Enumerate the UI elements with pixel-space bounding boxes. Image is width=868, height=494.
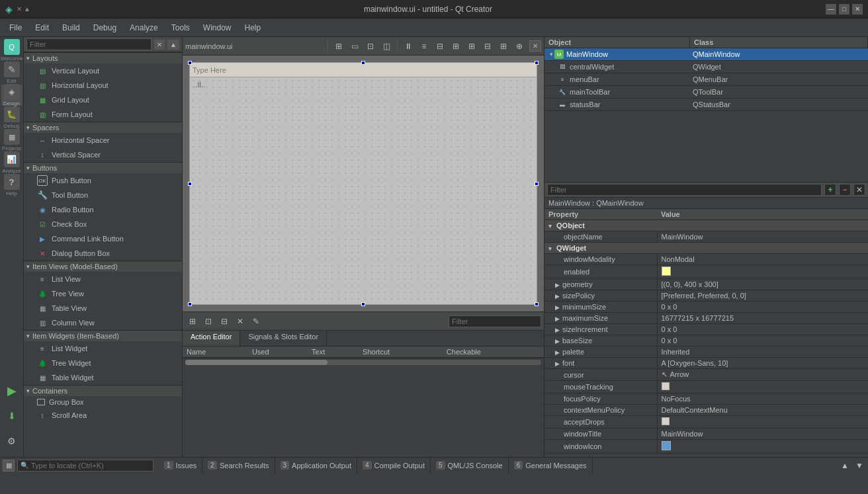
layout-form-btn[interactable]: ⊞: [464, 39, 479, 54]
widget-tree-view[interactable]: 🌲 Tree View: [24, 286, 182, 301]
widget-column-view[interactable]: ▥ Column View: [24, 315, 182, 330]
action-copy-btn[interactable]: ⊟: [217, 314, 232, 329]
widget-tool-button[interactable]: 🔧 Tool Button: [24, 188, 182, 202]
action-filter-input[interactable]: [449, 315, 541, 327]
widget-horizontal-spacer[interactable]: ↔ Horizontal Spacer: [24, 133, 182, 147]
action-new-btn[interactable]: ⊞: [185, 314, 200, 329]
status-arrow-down[interactable]: ▼: [853, 460, 865, 472]
widget-panel-scroll-btn[interactable]: ▲: [167, 40, 179, 50]
canvas-handle-tc[interactable]: [361, 61, 365, 65]
tab-general-messages[interactable]: 6 General Messages: [509, 458, 593, 473]
sidebar-edit[interactable]: ✎ Edit: [1, 62, 22, 83]
sidebar-help[interactable]: ? Help: [1, 175, 22, 196]
edit-widgets-btn[interactable]: ▭: [347, 39, 362, 54]
tab-compile-output[interactable]: 4 Compile Output: [357, 458, 431, 473]
widget-vertical-layout[interactable]: ▤ Vertical Layout: [24, 63, 182, 78]
prop-row-enabled[interactable]: enabled: [544, 265, 868, 279]
layout-v-btn[interactable]: ⊟: [433, 39, 447, 54]
canvas-handle-mr[interactable]: [535, 182, 539, 186]
sidebar-analyze[interactable]: 📊 Analyze: [1, 152, 22, 173]
canvas-handle-br[interactable]: [535, 302, 539, 306]
prop-row-focuspolicy[interactable]: focusPolicy NoFocus: [544, 393, 868, 405]
menu-window[interactable]: Window: [196, 21, 238, 35]
props-remove-btn[interactable]: −: [839, 184, 851, 196]
minimize-button[interactable]: —: [826, 4, 836, 15]
widget-list-view[interactable]: ≡ List View: [24, 272, 182, 286]
prop-row-qobject[interactable]: ▾ QObject: [544, 220, 868, 231]
locate-input[interactable]: [31, 462, 150, 470]
design-canvas[interactable]: Type Here ..II..: [183, 56, 544, 311]
close-button[interactable]: ✕: [852, 4, 863, 15]
tab-search-results[interactable]: 2 Search Results: [202, 458, 275, 473]
widget-group-box[interactable]: Group Box: [24, 396, 182, 408]
widget-table-view[interactable]: ▦ Table View: [24, 301, 182, 315]
adjust-size-btn[interactable]: ⊕: [512, 39, 527, 54]
widget-horizontal-layout[interactable]: ▥ Horizontal Layout: [24, 78, 182, 93]
prop-row-contextmenupolicy[interactable]: contextMenuPolicy DefaultContextMenu: [544, 405, 868, 416]
tab-signals-slots[interactable]: Signals & Slots Editor: [240, 331, 327, 346]
menu-file[interactable]: File: [3, 21, 28, 35]
menu-edit[interactable]: Edit: [28, 21, 56, 35]
prop-row-palette[interactable]: ▶palette Inherited: [544, 347, 868, 358]
prop-row-objectname[interactable]: objectName MainWindow: [544, 231, 868, 243]
menu-analyze[interactable]: Analyze: [123, 21, 165, 35]
prop-row-windowmodality[interactable]: windowModality NonModal: [544, 254, 868, 265]
widget-vertical-spacer[interactable]: ↕ Vertical Spacer: [24, 147, 182, 162]
edit-buddy-btn[interactable]: ◫: [379, 39, 394, 54]
layout-grid-btn[interactable]: ⊞: [449, 39, 463, 54]
prop-row-font[interactable]: ▶font A [Oxygen-Sans, 10]: [544, 358, 868, 369]
widget-push-button[interactable]: OK Push Button: [24, 173, 182, 188]
prop-row-qwidget[interactable]: ▾ QWidget: [544, 243, 868, 254]
action-delete-btn[interactable]: ⊡: [201, 314, 216, 329]
widget-radio-button[interactable]: ◉ Radio Button: [24, 202, 182, 217]
prop-row-windowtitle[interactable]: windowTitle MainWindow: [544, 429, 868, 440]
sidebar-debug[interactable]: 🐛 Debug: [1, 107, 22, 128]
sidebar-build-btn[interactable]: ▶: [1, 380, 22, 401]
layout-splitter-h-btn[interactable]: ⊟: [480, 39, 495, 54]
props-reset-btn[interactable]: ✕: [853, 184, 865, 196]
widget-check-box[interactable]: ☑ Check Box: [24, 217, 182, 231]
widget-grid-layout[interactable]: ▦ Grid Layout: [24, 93, 182, 107]
sidebar-welcome[interactable]: Q Welcome: [1, 40, 22, 61]
canvas-handle-tr[interactable]: [535, 61, 539, 65]
menu-debug[interactable]: Debug: [87, 21, 123, 35]
widget-filter-input[interactable]: [26, 38, 152, 50]
prop-row-mousetracking[interactable]: mouseTracking: [544, 381, 868, 393]
sidebar-deploy-btn[interactable]: ⬇: [1, 405, 22, 427]
status-build-icon[interactable]: ▦: [3, 460, 15, 472]
new-action-btn[interactable]: ⊞: [331, 39, 346, 54]
menu-build[interactable]: Build: [56, 21, 87, 35]
action-paste-btn[interactable]: ✕: [233, 314, 247, 329]
prop-row-sizepolicy[interactable]: ▶sizePolicy [Preferred, Preferred, 0, 0]: [544, 290, 868, 302]
prop-row-windowicon[interactable]: windowIcon: [544, 440, 868, 454]
menu-tools[interactable]: Tools: [165, 21, 196, 35]
prop-row-acceptdrops[interactable]: acceptDrops: [544, 416, 868, 429]
widget-panel-close-btn[interactable]: ✕: [154, 40, 165, 50]
tree-row-statusbar[interactable]: ▬ statusBar QStatusBar: [544, 99, 868, 111]
action-edit-btn[interactable]: ✎: [249, 314, 263, 329]
prop-row-minimumsize[interactable]: ▶minimumSize 0 x 0: [544, 302, 868, 313]
tree-row-toolbar[interactable]: 🔧 mainToolBar QToolBar: [544, 86, 868, 99]
category-item-views[interactable]: ▾ Item Views (Model-Based): [24, 261, 182, 272]
category-containers[interactable]: ▾ Containers: [24, 385, 182, 396]
prop-row-maximumsize[interactable]: ▶maximumSize 16777215 x 16777215: [544, 313, 868, 324]
menu-help[interactable]: Help: [238, 21, 268, 35]
category-layouts[interactable]: ▾ Layouts: [24, 52, 182, 63]
widget-dialog-button-box[interactable]: ✕ Dialog Button Box: [24, 246, 182, 261]
prop-row-sizeincrement[interactable]: ▶sizeIncrement 0 x 0: [544, 324, 868, 335]
canvas-main-widget[interactable]: Type Here ..II..: [189, 62, 537, 305]
widget-list-widget[interactable]: ≡ List Widget: [24, 341, 182, 356]
canvas-handle-tl[interactable]: [188, 61, 192, 65]
category-spacers[interactable]: ▾ Spacers: [24, 122, 182, 133]
tab-application-output[interactable]: 3 Application Output: [275, 458, 357, 473]
maximize-button[interactable]: □: [839, 4, 849, 15]
canvas-handle-bl[interactable]: [188, 302, 192, 306]
canvas-handle-ml[interactable]: [188, 182, 192, 186]
sidebar-projects[interactable]: ▦ Projects: [1, 130, 22, 151]
type-here-label[interactable]: Type Here: [193, 66, 226, 74]
layout-h-btn[interactable]: ≡: [417, 39, 431, 54]
canvas-handle-bc[interactable]: [361, 302, 365, 306]
tree-row-centralwidget[interactable]: 🖼 centralWidget QWidget: [544, 61, 868, 73]
widget-scroll-area[interactable]: ↕ Scroll Area: [24, 408, 182, 423]
widget-table-widget[interactable]: ▦ Table Widget: [24, 370, 182, 385]
